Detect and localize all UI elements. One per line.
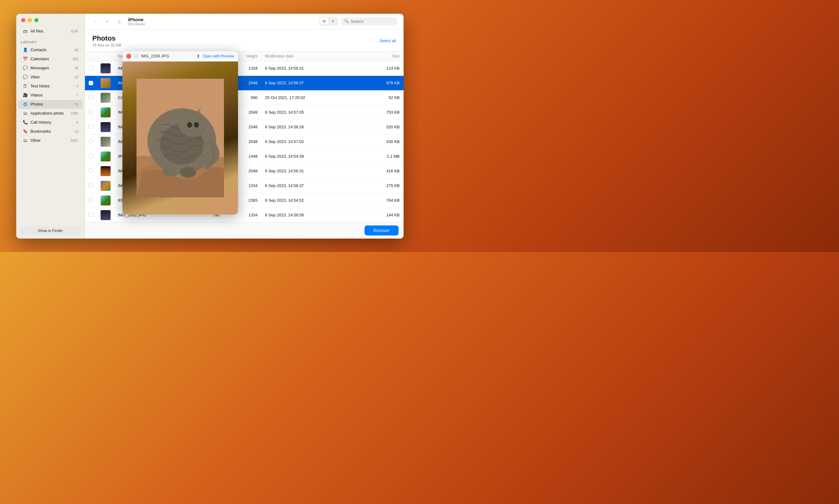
- sidebar-badge-messages: 35: [74, 66, 78, 70]
- sidebar-item-videos[interactable]: 🎥Videos7: [18, 91, 83, 100]
- sidebar-badge-photos: 76: [74, 103, 78, 106]
- preview-image: [122, 61, 238, 215]
- preview-close-button[interactable]: ×: [126, 54, 131, 59]
- row-checkbox-3[interactable]: [85, 105, 97, 120]
- row-checkbox-2[interactable]: [85, 90, 97, 105]
- main-content: ‹ › ⌂ iPhone iOS Device ⊞ ▾ 🔍 Photo: [85, 14, 404, 238]
- row-checkbox-7[interactable]: [85, 164, 97, 178]
- cat-image-svg: [137, 79, 224, 197]
- header-checkbox: [85, 52, 97, 61]
- check-placeholder-icon: [89, 212, 93, 217]
- thumbnail-preview: [101, 107, 111, 118]
- thumbnail-preview: [101, 166, 111, 176]
- header-size: Size: [360, 52, 403, 61]
- row-checkbox-8[interactable]: [85, 178, 97, 193]
- row-date-5: 6 Sep 2023, 14:57:02: [261, 134, 360, 149]
- sidebar-item-messages[interactable]: 💬Messages35: [18, 64, 83, 72]
- row-checkbox-10[interactable]: [85, 208, 97, 222]
- sidebar-item-contacts[interactable]: 👤Contacts68: [18, 46, 83, 54]
- sidebar-item-textnotes[interactable]: 🗒Text Notes4: [18, 82, 83, 91]
- thumbnail-preview: [101, 93, 111, 103]
- sidebar-item-appphoto[interactable]: 🗂Applications photo2359: [18, 109, 83, 118]
- row-thumb-6: [97, 149, 114, 164]
- row-thumb-9: [97, 193, 114, 208]
- sidebar-item-photos[interactable]: Photos76: [18, 100, 83, 109]
- messages-icon: 💬: [22, 65, 28, 71]
- appphoto-icon: 🗂: [22, 110, 28, 116]
- row-date-4: 6 Sep 2023, 14:56:26: [261, 120, 360, 134]
- row-size-7: 416 KB: [360, 164, 403, 178]
- bottom-bar: Recover: [85, 222, 404, 238]
- row-thumb-5: [97, 134, 114, 149]
- sidebar-item-calendars[interactable]: 📅Calendars256: [18, 55, 83, 64]
- back-button[interactable]: ‹: [91, 17, 100, 25]
- open-with-preview-button[interactable]: Open with Preview: [203, 54, 234, 58]
- preview-pin-button[interactable]: [134, 54, 139, 59]
- sidebar-item-allfiles[interactable]: 🗃 All files 8,8K: [18, 27, 83, 36]
- check-placeholder-icon: [89, 183, 93, 187]
- photos-title-block: Photos 76 files on 38 MB: [92, 34, 122, 48]
- row-date-1: 6 Sep 2023, 14:56:37: [261, 76, 360, 90]
- select-all-button[interactable]: Select all: [379, 38, 396, 43]
- row-date-0: 6 Sep 2023, 14:56:31: [261, 61, 360, 76]
- view-toggle: ⊞ ▾: [319, 17, 338, 25]
- row-checkbox-9[interactable]: [85, 193, 97, 208]
- maximize-button[interactable]: [34, 18, 38, 22]
- list-view-button[interactable]: ⊞: [320, 18, 328, 25]
- sidebar: 🗃 All files 8,8K Library 👤Contacts68📅Cal…: [16, 14, 85, 238]
- check-placeholder-icon: [89, 168, 93, 173]
- row-thumb-2: [97, 90, 114, 105]
- sidebar-badge-calendars: 256: [72, 57, 78, 61]
- thumbnail-preview: [101, 210, 111, 220]
- forward-button[interactable]: ›: [103, 17, 112, 25]
- grid-view-button[interactable]: ▾: [329, 18, 337, 25]
- check-placeholder-icon: [89, 154, 93, 158]
- sidebar-label-textnotes: Text Notes: [31, 84, 74, 88]
- sidebar-item-callhistory[interactable]: 📞Call History0: [18, 118, 83, 127]
- sidebar-item-bookmarks[interactable]: 🔖Bookmarks12: [18, 127, 83, 136]
- row-checkbox-4[interactable]: [85, 120, 97, 134]
- search-icon: 🔍: [344, 19, 349, 23]
- row-thumb-7: [97, 164, 114, 178]
- recover-button[interactable]: Recover: [364, 226, 398, 235]
- row-thumb-8: [97, 178, 114, 193]
- row-size-3: 753 KB: [360, 105, 403, 120]
- home-button[interactable]: ⌂: [115, 17, 124, 25]
- sidebar-label-calendars: Calendars: [31, 56, 70, 61]
- preview-share-icon[interactable]: ⬆: [196, 54, 200, 59]
- sidebar-label-viber: Viber: [31, 75, 72, 79]
- svg-point-11: [180, 167, 196, 178]
- row-size-5: 430 KB: [360, 134, 403, 149]
- row-date-8: 6 Sep 2023, 14:56:37: [261, 178, 360, 193]
- search-input[interactable]: [351, 19, 394, 24]
- thumbnail-preview: [101, 181, 111, 191]
- row-checkbox-6[interactable]: [85, 149, 97, 164]
- thumbnail-preview: [101, 122, 111, 132]
- toolbar: ‹ › ⌂ iPhone iOS Device ⊞ ▾ 🔍: [85, 14, 404, 29]
- thumbnail-preview: [101, 78, 111, 88]
- sidebar-label-appphoto: Applications photo: [31, 111, 68, 115]
- sidebar-item-other[interactable]: 🗂Other5951: [18, 136, 83, 145]
- photos-subtitle: 76 files on 38 MB: [92, 43, 122, 48]
- allfiles-count: 8,8K: [71, 29, 78, 33]
- search-box[interactable]: 🔍: [341, 17, 397, 25]
- svg-point-6: [187, 122, 192, 128]
- row-checkbox-5[interactable]: [85, 134, 97, 149]
- row-thumb-1: [97, 76, 114, 90]
- show-in-finder-button[interactable]: Show in Finder: [20, 227, 81, 235]
- sidebar-label-bookmarks: Bookmarks: [31, 129, 72, 134]
- sidebar-item-viber[interactable]: 💬Viber10: [18, 73, 83, 82]
- sidebar-label-videos: Videos: [31, 93, 74, 97]
- row-checkbox-1[interactable]: ✓: [85, 76, 97, 90]
- check-placeholder-icon: [89, 110, 93, 114]
- minimize-button[interactable]: [28, 18, 32, 22]
- callhistory-icon: 📞: [22, 120, 28, 125]
- row-size-10: 144 KB: [360, 208, 403, 222]
- row-checkbox-0[interactable]: [85, 61, 97, 76]
- sidebar-items-list: 👤Contacts68📅Calendars256💬Messages35💬Vibe…: [16, 45, 85, 145]
- sidebar-badge-videos: 7: [76, 93, 78, 97]
- check-placeholder-icon: [89, 95, 93, 99]
- close-button[interactable]: [21, 18, 25, 22]
- check-placeholder-icon: [89, 139, 93, 143]
- row-date-10: 6 Sep 2023, 14:56:56: [261, 208, 360, 222]
